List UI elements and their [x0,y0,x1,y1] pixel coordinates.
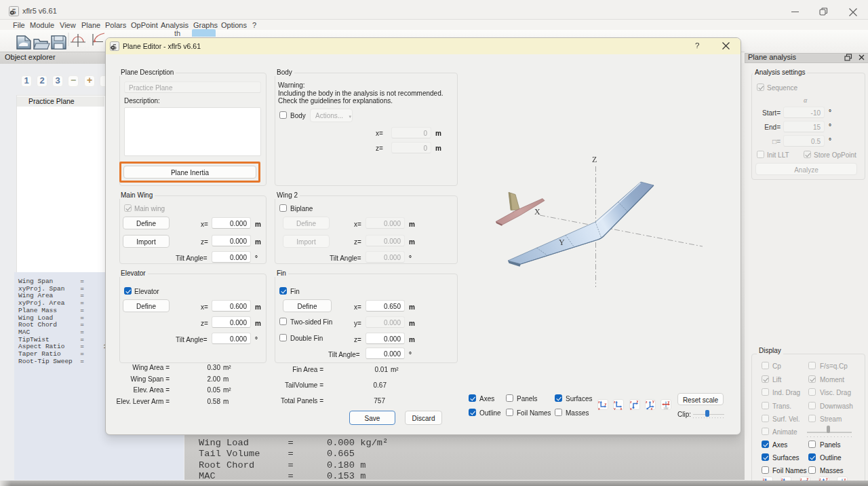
svg-text:Y: Y [559,238,565,247]
svg-text:X: X [534,207,540,217]
svg-text:Z: Z [592,155,597,164]
